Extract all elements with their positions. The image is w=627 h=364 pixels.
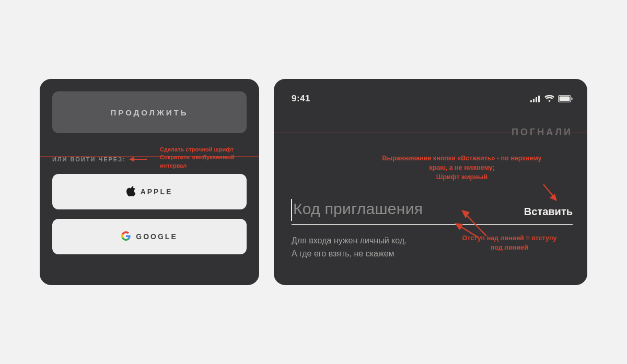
svg-rect-8 [572, 98, 573, 100]
svg-rect-7 [560, 97, 570, 101]
invite-code-panel: 9:41 [274, 79, 587, 285]
paste-button[interactable]: Вставить [524, 206, 573, 218]
pognali-heading: ПОГНАЛИ [512, 127, 573, 138]
svg-rect-5 [538, 96, 540, 102]
annotation-arrow-icon [129, 156, 147, 162]
continue-button[interactable]: ПРОДОЛЖИТЬ [52, 91, 247, 133]
svg-line-13 [466, 214, 486, 236]
svg-line-9 [543, 184, 554, 197]
google-login-button[interactable]: GOOGLE [52, 219, 247, 254]
google-icon [121, 231, 131, 242]
invite-code-input[interactable]: Код приглашения [292, 200, 423, 218]
continue-label: ПРОДОЛЖИТЬ [111, 108, 189, 117]
svg-marker-1 [129, 157, 134, 162]
apple-label: APPLE [141, 187, 173, 196]
signal-icon [530, 96, 541, 102]
invite-code-row: Код приглашения Вставить [292, 200, 573, 218]
status-clock: 9:41 [292, 93, 310, 104]
apple-icon [126, 186, 135, 198]
annotation-line-padding: Отступ над линией = отступу под линией [449, 234, 570, 252]
svg-rect-3 [533, 99, 535, 102]
wifi-icon [544, 95, 554, 102]
svg-rect-4 [536, 97, 537, 102]
battery-icon [558, 95, 573, 102]
or-login-via-label: ИЛИ ВОЙТИ ЧЕРЕЗ: [52, 156, 126, 162]
invite-help-text: Для входа нужен личный код. А где его вз… [292, 234, 407, 261]
login-options-panel: ПРОДОЛЖИТЬ Сделать строчной шрифт Сократ… [40, 79, 259, 285]
annotation-paste-alignment: Выравнивание кнопки «Вставить» - по верх… [368, 154, 556, 182]
google-label: GOOGLE [136, 232, 177, 241]
oauth-buttons: APPLE GOOGLE [52, 174, 247, 254]
svg-rect-2 [530, 100, 532, 102]
status-bar: 9:41 [292, 92, 573, 105]
annotation-lowercase-tracking: Сделать строчной шрифт Сократить межбукв… [160, 146, 259, 170]
apple-login-button[interactable]: APPLE [52, 174, 247, 209]
input-underline [292, 224, 573, 225]
